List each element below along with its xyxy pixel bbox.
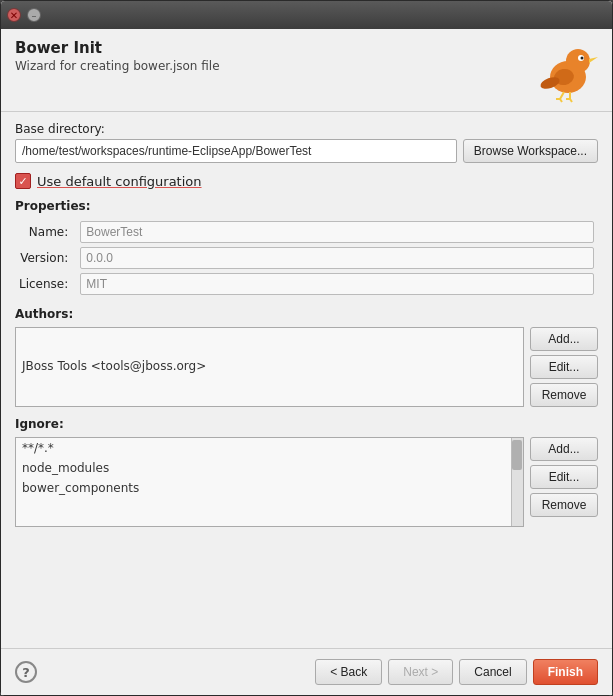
authors-add-button[interactable]: Add... xyxy=(530,327,598,351)
version-input[interactable] xyxy=(80,247,594,269)
next-button[interactable]: Next > xyxy=(388,659,453,685)
license-row: License: xyxy=(15,271,598,297)
list-item[interactable]: **/*.* xyxy=(16,438,523,458)
header-text: Bower Init Wizard for creating bower.jso… xyxy=(15,39,220,73)
use-default-row: ✓ Use default configuration xyxy=(15,173,598,189)
properties-label: Properties: xyxy=(15,199,598,213)
license-label: License: xyxy=(15,271,76,297)
list-item[interactable]: bower_components xyxy=(16,478,523,498)
authors-label: Authors: xyxy=(15,307,598,321)
cancel-button[interactable]: Cancel xyxy=(459,659,526,685)
svg-line-10 xyxy=(560,99,562,102)
license-input[interactable] xyxy=(80,273,594,295)
bower-init-window: ✕ – Bower Init Wizard for creating bower… xyxy=(0,0,613,696)
list-item[interactable]: node_modules xyxy=(16,458,523,478)
scrollbar-thumb xyxy=(512,440,522,470)
authors-actions: Add... Edit... Remove xyxy=(530,327,598,407)
finish-button[interactable]: Finish xyxy=(533,659,598,685)
base-directory-row: Browse Workspace... xyxy=(15,139,598,163)
properties-group: Properties: Name: Version: License: xyxy=(15,199,598,297)
list-item[interactable]: JBoss Tools <tools@jboss.org> xyxy=(16,356,523,376)
authors-remove-button[interactable]: Remove xyxy=(530,383,598,407)
base-directory-input[interactable] xyxy=(15,139,457,163)
titlebar: ✕ – xyxy=(1,1,612,29)
help-icon: ? xyxy=(22,665,30,680)
content-area: Base directory: Browse Workspace... ✓ Us… xyxy=(1,112,612,648)
back-button[interactable]: < Back xyxy=(315,659,382,685)
svg-point-1 xyxy=(566,49,590,73)
use-default-checkbox[interactable]: ✓ xyxy=(15,173,31,189)
base-directory-label: Base directory: xyxy=(15,122,598,136)
bower-bird-logo xyxy=(534,39,598,103)
footer: ? < Back Next > Cancel Finish xyxy=(1,648,612,695)
authors-group: Authors: JBoss Tools <tools@jboss.org> A… xyxy=(15,307,598,407)
name-input[interactable] xyxy=(80,221,594,243)
properties-table: Name: Version: License: xyxy=(15,219,598,297)
ignore-list[interactable]: **/*.* node_modules bower_components xyxy=(15,437,524,527)
svg-line-7 xyxy=(560,92,564,99)
header: Bower Init Wizard for creating bower.jso… xyxy=(1,29,612,112)
ignore-panel: **/*.* node_modules bower_components Add… xyxy=(15,437,598,527)
close-icon: ✕ xyxy=(10,10,18,21)
dialog-title: Bower Init xyxy=(15,39,220,57)
use-default-label[interactable]: Use default configuration xyxy=(37,174,202,189)
version-row: Version: xyxy=(15,245,598,271)
scrollbar-track xyxy=(511,438,523,526)
base-directory-group: Base directory: Browse Workspace... xyxy=(15,122,598,163)
authors-panel: JBoss Tools <tools@jboss.org> Add... Edi… xyxy=(15,327,598,407)
ignore-group: Ignore: **/*.* node_modules bower_compon… xyxy=(15,417,598,527)
close-button[interactable]: ✕ xyxy=(7,8,21,22)
ignore-remove-button[interactable]: Remove xyxy=(530,493,598,517)
svg-point-4 xyxy=(581,57,584,60)
name-row: Name: xyxy=(15,219,598,245)
footer-left: ? xyxy=(15,661,37,683)
minimize-icon: – xyxy=(32,10,37,21)
version-label: Version: xyxy=(15,245,76,271)
ignore-edit-button[interactable]: Edit... xyxy=(530,465,598,489)
ignore-label: Ignore: xyxy=(15,417,598,431)
svg-line-12 xyxy=(570,99,572,102)
authors-edit-button[interactable]: Edit... xyxy=(530,355,598,379)
authors-list: JBoss Tools <tools@jboss.org> xyxy=(15,327,524,407)
dialog-subtitle: Wizard for creating bower.json file xyxy=(15,59,220,73)
authors-empty-row xyxy=(16,328,523,356)
name-label: Name: xyxy=(15,219,76,245)
ignore-add-button[interactable]: Add... xyxy=(530,437,598,461)
help-button[interactable]: ? xyxy=(15,661,37,683)
footer-right: < Back Next > Cancel Finish xyxy=(315,659,598,685)
minimize-button[interactable]: – xyxy=(27,8,41,22)
svg-marker-2 xyxy=(589,57,598,63)
browse-workspace-button[interactable]: Browse Workspace... xyxy=(463,139,598,163)
ignore-actions: Add... Edit... Remove xyxy=(530,437,598,527)
